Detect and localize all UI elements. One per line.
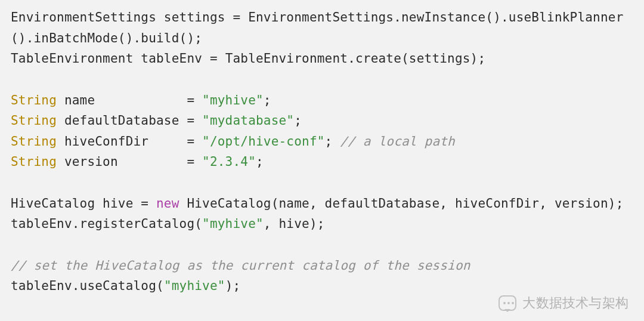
type-token: EnvironmentSettings bbox=[248, 10, 394, 24]
type-token: HiveCatalog bbox=[179, 196, 271, 211]
code-text: name = bbox=[57, 93, 202, 107]
code-text: settings = bbox=[156, 10, 248, 24]
code-text: .create(settings); bbox=[348, 51, 485, 66]
code-text: version = bbox=[57, 155, 202, 169]
code-text: ; bbox=[294, 113, 302, 128]
code-text: hive = bbox=[95, 196, 156, 211]
type-token: TableEnvironment bbox=[11, 51, 134, 66]
type-token: TableEnvironment bbox=[225, 51, 348, 66]
code-text: hiveConfDir = bbox=[57, 134, 202, 149]
chat-bubble-icon bbox=[499, 295, 516, 311]
keyword: new bbox=[156, 196, 179, 211]
comment: // set the HiveCatalog as the current ca… bbox=[11, 258, 470, 273]
string-literal: "2.3.4" bbox=[202, 155, 256, 169]
code-text: ; bbox=[264, 93, 271, 107]
string-literal: "mydatabase" bbox=[202, 113, 294, 128]
watermark-text: 大数据技术与架构 bbox=[522, 292, 628, 314]
string-literal: "myhive" bbox=[164, 279, 225, 293]
watermark: 大数据技术与架构 bbox=[499, 292, 628, 314]
keyword-type: String bbox=[11, 93, 57, 107]
code-text: defaultDatabase = bbox=[57, 113, 202, 128]
keyword-type: String bbox=[11, 134, 57, 149]
type-token: HiveCatalog bbox=[11, 196, 95, 211]
code-block: EnvironmentSettings settings = Environme… bbox=[11, 7, 633, 297]
keyword-type: String bbox=[11, 155, 57, 169]
string-literal: "myhive" bbox=[202, 93, 264, 107]
code-text: ; bbox=[256, 155, 264, 169]
string-literal: "/opt/hive-conf" bbox=[202, 134, 325, 149]
type-token: EnvironmentSettings bbox=[11, 10, 156, 24]
code-text: tableEnv.useCatalog( bbox=[11, 279, 164, 293]
code-text: tableEnv.registerCatalog( bbox=[11, 217, 202, 231]
code-text: tableEnv = bbox=[134, 51, 225, 66]
string-literal: "myhive" bbox=[202, 217, 264, 231]
code-text: ); bbox=[225, 279, 241, 293]
code-text: (name, defaultDatabase, hiveConfDir, ver… bbox=[271, 196, 624, 211]
code-text: ; bbox=[325, 134, 340, 149]
code-text: , hive); bbox=[264, 217, 325, 231]
keyword-type: String bbox=[11, 113, 57, 128]
comment: // a local path bbox=[340, 134, 455, 149]
